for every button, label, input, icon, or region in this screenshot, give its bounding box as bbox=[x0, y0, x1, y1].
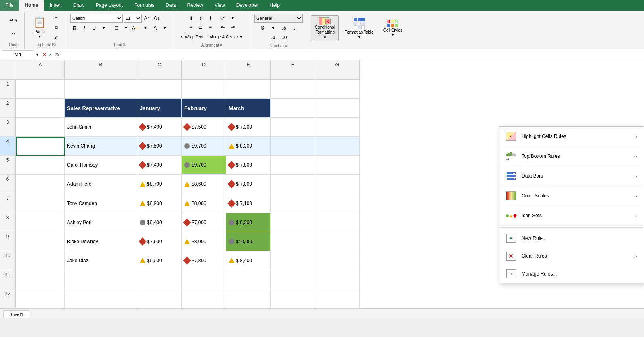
font-color-dropdown[interactable]: ▼ bbox=[160, 23, 169, 32]
sheet-tab-1[interactable]: Sheet1 bbox=[3, 310, 29, 318]
table-row[interactable]: Kevin Chang bbox=[65, 137, 137, 156]
table-row[interactable]: $7,600 bbox=[137, 232, 182, 251]
tab-review[interactable]: Review bbox=[181, 0, 208, 11]
paste-button[interactable]: 📋 Paste ▼ bbox=[29, 15, 50, 40]
redo-button[interactable]: ↪ bbox=[8, 29, 19, 39]
cell[interactable] bbox=[16, 118, 65, 137]
cell[interactable] bbox=[16, 251, 65, 270]
cell[interactable] bbox=[137, 270, 182, 289]
cut-button[interactable]: ✂ bbox=[51, 13, 62, 22]
cf-managerules-item[interactable]: ≡ Manage Rules... bbox=[499, 265, 644, 283]
cell[interactable] bbox=[182, 289, 226, 308]
formula-bar-dropdown[interactable]: ▼ bbox=[36, 53, 39, 57]
cell-reference-input[interactable] bbox=[2, 50, 34, 59]
alignment-expand-icon[interactable]: ⧉ bbox=[220, 43, 222, 47]
table-row[interactable]: $8,000 bbox=[182, 194, 226, 213]
table-row[interactable]: $8,900 bbox=[137, 194, 182, 213]
cell[interactable] bbox=[137, 289, 182, 308]
currency-button[interactable]: $ bbox=[258, 23, 267, 32]
cell[interactable] bbox=[226, 80, 271, 99]
comma-button[interactable]: , bbox=[290, 23, 299, 32]
tab-home[interactable]: Home bbox=[19, 0, 44, 11]
align-left-button[interactable]: ≡ bbox=[187, 23, 196, 32]
cell[interactable] bbox=[271, 194, 315, 213]
border-dropdown[interactable]: ▼ bbox=[122, 23, 130, 32]
table-row[interactable]: $7,400 bbox=[137, 156, 182, 175]
table-header-january[interactable]: January bbox=[137, 99, 182, 118]
cell[interactable] bbox=[315, 137, 360, 156]
cancel-formula-icon[interactable]: ✕ bbox=[42, 52, 46, 57]
copy-button[interactable]: ⧉ bbox=[51, 23, 62, 32]
cell[interactable] bbox=[16, 175, 65, 194]
bold-button[interactable]: B bbox=[70, 23, 79, 32]
font-family-select[interactable]: Calibri bbox=[70, 14, 123, 23]
confirm-formula-icon[interactable]: ✓ bbox=[48, 52, 52, 57]
table-row[interactable]: $ 9,200 bbox=[226, 213, 271, 232]
table-row[interactable]: $ 7,800 bbox=[226, 156, 271, 175]
tab-developer[interactable]: Developer bbox=[231, 0, 264, 11]
border-button[interactable]: ⊡ bbox=[112, 23, 121, 32]
tab-view[interactable]: View bbox=[209, 0, 231, 11]
cell[interactable] bbox=[65, 289, 137, 308]
cell[interactable] bbox=[16, 289, 65, 308]
table-row[interactable]: $7,500 bbox=[137, 137, 182, 156]
merge-center-button[interactable]: Merge & Center ▼ bbox=[207, 32, 246, 41]
increase-indent-button[interactable]: ⇥ bbox=[228, 23, 237, 32]
table-row[interactable]: $8,600 bbox=[182, 175, 226, 194]
table-row[interactable]: John Smith bbox=[65, 118, 137, 137]
cell[interactable] bbox=[271, 175, 315, 194]
align-right-button[interactable]: ≡ bbox=[206, 23, 215, 32]
font-grow-button[interactable]: A↑ bbox=[143, 14, 152, 23]
cell[interactable] bbox=[271, 156, 315, 175]
italic-button[interactable]: I bbox=[80, 23, 89, 32]
format-as-table-button[interactable]: Format as Table ▼ bbox=[341, 15, 377, 41]
currency-dropdown[interactable]: ▼ bbox=[269, 23, 278, 32]
cell[interactable] bbox=[271, 118, 315, 137]
fill-dropdown[interactable]: ▼ bbox=[141, 23, 150, 32]
table-row[interactable]: $ 7,000 bbox=[226, 175, 271, 194]
number-expand-icon[interactable]: ⧉ bbox=[285, 44, 287, 48]
cf-databars-item[interactable]: Data Bars › bbox=[499, 166, 644, 186]
font-size-select[interactable]: 11 bbox=[124, 14, 142, 23]
tab-insert[interactable]: Insert bbox=[44, 0, 67, 11]
cell[interactable] bbox=[315, 213, 360, 232]
table-row[interactable]: $8,000 bbox=[182, 232, 226, 251]
table-row[interactable]: $7,800 bbox=[182, 251, 226, 270]
cf-iconsets-item[interactable]: Icon Sets › bbox=[499, 206, 644, 226]
table-row[interactable]: Tony Camden bbox=[65, 194, 137, 213]
cell[interactable] bbox=[271, 213, 315, 232]
table-row[interactable]: Adam Hero bbox=[65, 175, 137, 194]
cell[interactable] bbox=[315, 118, 360, 137]
cell[interactable] bbox=[315, 232, 360, 251]
increase-decimal-button[interactable]: .0 bbox=[269, 33, 278, 42]
tab-help[interactable]: Help bbox=[264, 0, 285, 11]
cf-highlight-item[interactable]: < Highlight Cells Rules › bbox=[499, 127, 644, 146]
cell[interactable] bbox=[16, 194, 65, 213]
cell[interactable] bbox=[16, 137, 65, 156]
wrap-text-button[interactable]: ↵ Wrap Text bbox=[178, 32, 206, 41]
angle-text-button[interactable]: ⤢ bbox=[219, 14, 227, 23]
table-row[interactable]: $10,000 bbox=[226, 232, 271, 251]
align-center-button[interactable]: ☰ bbox=[196, 23, 205, 32]
formula-input[interactable] bbox=[61, 50, 642, 59]
font-color-button[interactable]: A bbox=[151, 23, 160, 32]
table-row[interactable]: $9,400 bbox=[137, 213, 182, 232]
format-painter-button[interactable]: 🖌 bbox=[51, 33, 62, 42]
conditional-formatting-button[interactable]: < ConditionalFormatting ▼ bbox=[311, 15, 339, 41]
table-row[interactable]: $7,000 bbox=[182, 213, 226, 232]
table-row[interactable]: Carol Hamsey bbox=[65, 156, 137, 175]
table-header-february[interactable]: February bbox=[182, 99, 226, 118]
cf-topbottom-item[interactable]: 10 Top/Bottom Rules › bbox=[499, 146, 644, 166]
cf-clearrules-item[interactable]: ✕ Clear Rules › bbox=[499, 247, 644, 265]
cell[interactable] bbox=[315, 80, 360, 99]
table-header-march[interactable]: March bbox=[226, 99, 271, 118]
cf-colorscales-item[interactable]: Color Scales › bbox=[499, 186, 644, 206]
underline-button[interactable]: U bbox=[90, 23, 99, 32]
table-row[interactable]: $9,700 bbox=[182, 137, 226, 156]
fill-color-button[interactable]: A bbox=[131, 23, 140, 32]
cell[interactable] bbox=[315, 194, 360, 213]
cell[interactable] bbox=[182, 80, 226, 99]
tab-formulas[interactable]: Formulas bbox=[128, 0, 160, 11]
cell[interactable] bbox=[315, 270, 360, 289]
percent-button[interactable]: % bbox=[279, 23, 288, 32]
